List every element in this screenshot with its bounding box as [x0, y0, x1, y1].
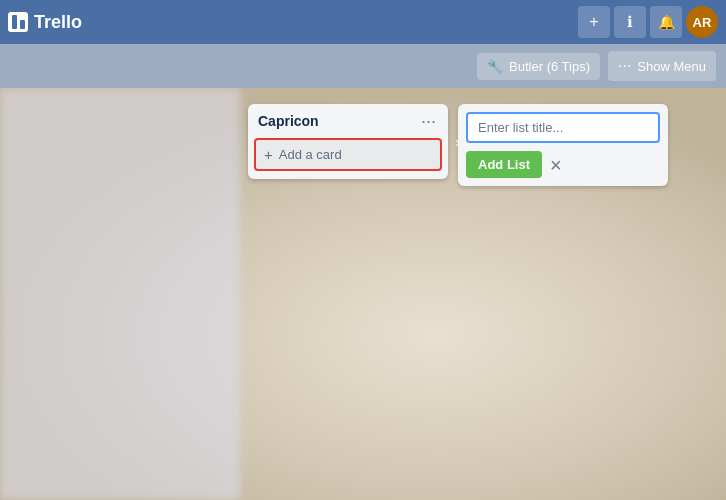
board-area: Capricon ··· + Add a card › Add List ×: [0, 88, 726, 500]
avatar-initials: AR: [693, 15, 712, 30]
butler-icon: 🔧: [487, 59, 503, 74]
blurred-left-panel: [0, 88, 240, 500]
add-card-button[interactable]: + Add a card: [254, 138, 442, 171]
avatar-button[interactable]: AR: [686, 6, 718, 38]
list-title-input[interactable]: [466, 112, 660, 143]
bell-icon: 🔔: [658, 14, 675, 30]
notifications-button[interactable]: 🔔: [650, 6, 682, 38]
list-dots-icon: ···: [421, 111, 436, 131]
show-menu-label: Show Menu: [637, 59, 706, 74]
trello-logo-icon: [8, 12, 28, 32]
add-button[interactable]: +: [578, 6, 610, 38]
new-list-panel: Add List ×: [458, 104, 668, 186]
info-icon: ℹ: [627, 13, 633, 31]
topbar-right: + ℹ 🔔 AR: [578, 6, 718, 38]
show-menu-button[interactable]: ··· Show Menu: [608, 51, 716, 81]
scroll-arrow-icon[interactable]: ›: [455, 134, 460, 150]
lists-container: Capricon ··· + Add a card › Add List ×: [248, 104, 668, 186]
add-list-button[interactable]: Add List: [466, 151, 542, 178]
new-list-actions: Add List ×: [466, 151, 660, 178]
capricon-list: Capricon ··· + Add a card ›: [248, 104, 448, 179]
plus-icon: +: [589, 13, 598, 31]
butler-button[interactable]: 🔧 Butler (6 Tips): [477, 53, 600, 80]
add-card-plus-icon: +: [264, 146, 273, 163]
board-toolbar: 🔧 Butler (6 Tips) ··· Show Menu: [0, 44, 726, 88]
cancel-new-list-button[interactable]: ×: [548, 153, 564, 177]
topbar-left: Trello: [8, 12, 82, 33]
dots-icon: ···: [618, 57, 631, 75]
list-menu-button[interactable]: ···: [419, 112, 438, 130]
info-button[interactable]: ℹ: [614, 6, 646, 38]
add-card-label: Add a card: [279, 147, 342, 162]
trello-logo-text: Trello: [34, 12, 82, 33]
list-header: Capricon ···: [254, 112, 442, 130]
list-title: Capricon: [258, 113, 319, 129]
top-navbar: Trello + ℹ 🔔 AR: [0, 0, 726, 44]
butler-label: Butler (6 Tips): [509, 59, 590, 74]
cancel-icon: ×: [550, 154, 562, 176]
